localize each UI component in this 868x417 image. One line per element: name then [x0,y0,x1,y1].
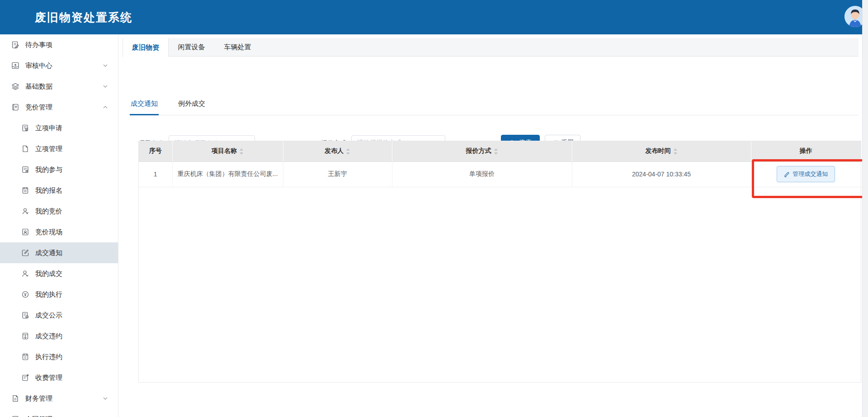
sidebar-item-label: 基础数据 [25,82,52,91]
col-header-quote-method[interactable]: 报价方式 [392,141,572,161]
sidebar-item-my-registration[interactable]: 我的报名 [0,180,118,201]
person-check-icon [21,270,29,278]
bidding-book-icon [11,103,19,111]
col-header-index: 序号 [139,141,172,161]
deal-notice-table: 序号 项目名称 发布人 报价方式 发布时间 操作 [138,141,861,383]
sidebar-item-deal-publicity[interactable]: 成交公示 [0,305,118,326]
edit-square-icon [21,249,29,257]
sort-caret-icon[interactable] [673,148,678,155]
app-root: 废旧物资处置系统 待办事项 [0,0,868,417]
sub-tabbar: 成交通知 例外成交 [130,97,859,115]
manage-deal-notice-button[interactable]: 管理成交通知 [777,166,835,182]
sidebar-item-label: 我的参与 [35,166,62,174]
sidebar-item-project-management[interactable]: 立项管理 [0,138,118,159]
category-tabbar: 废旧物资 闲置设备 车辆处置 [123,38,859,57]
sidebar-item-label: 审核中心 [25,62,52,70]
sidebar-item-audit-center[interactable]: 审核中心 [0,55,118,76]
cell-publish-time: 2024-04-07 10:33:45 [572,161,751,187]
sidebar-item-label: 竞价现场 [35,228,62,237]
sort-caret-icon[interactable] [239,148,244,155]
cell-project-name: 重庆机床（集团）有限责任公司废... [172,161,283,187]
sidebar-item-execution-breach[interactable]: 执行违约 [0,346,118,367]
finance-doc-icon [11,394,19,403]
chevron-up-icon [103,104,108,110]
sidebar-item-label: 待办事项 [25,41,52,49]
sidebar-item-label: 成交公示 [35,311,62,320]
tab-vehicle-disposal[interactable]: 车辆处置 [215,38,261,57]
person-icon [21,207,29,215]
sidebar-item-bidding-management[interactable]: 竞价管理 [0,97,118,118]
sidebar-item-finance-management[interactable]: 财务管理 [0,388,118,409]
doc-breach-icon [21,332,29,340]
col-header-publisher[interactable]: 发布人 [283,141,392,161]
sidebar-item-fee-management[interactable]: 收费管理 [0,367,118,388]
tab-waste-materials[interactable]: 废旧物资 [123,38,169,57]
todo-doc-icon [11,41,19,49]
sidebar-item-label: 立项申请 [35,124,62,133]
doc-exec-breach-icon [21,353,29,361]
cell-quote-method: 单项报价 [392,161,572,187]
table-row: 1 重庆机床（集团）有限责任公司废... 王新宇 单项报价 2024-04-07… [139,161,861,187]
sort-caret-icon[interactable] [494,148,498,155]
sidebar-item-my-deals[interactable]: 我的成交 [0,263,118,284]
app-title: 废旧物资处置系统 [35,10,132,25]
chevron-down-icon [103,84,108,89]
col-header-publish-time[interactable]: 发布时间 [572,141,751,161]
col-header-actions: 操作 [751,141,861,161]
chevron-down-icon [103,396,108,401]
sidebar-item-label: 我的报名 [35,186,62,195]
doc-sign-icon [21,186,29,194]
subtab-exception-deal[interactable]: 例外成交 [177,97,206,115]
sidebar-item-basic-data[interactable]: 基础数据 [0,76,118,97]
sidebar-item-deal-notice[interactable]: 成交通知 [0,242,118,263]
doc-fee-icon [21,374,29,382]
doc-icon [21,145,29,153]
contract-doc-icon [11,415,19,417]
cell-actions: 管理成交通知 [751,161,861,187]
app-header: 废旧物资处置系统 [0,0,868,34]
sidebar-item-label: 成交通知 [35,249,62,257]
sidebar-item-contract-management[interactable]: 合同管理 [0,409,118,417]
coin-circle-icon [21,290,29,299]
col-header-project-name[interactable]: 项目名称 [172,141,283,161]
cell-publisher: 王新宇 [283,161,392,187]
sort-caret-icon[interactable] [346,148,350,155]
sidebar-item-bidding-scene[interactable]: 竞价现场 [0,222,118,242]
person-card-icon [21,228,29,236]
main-content: 废旧物资 闲置设备 车辆处置 成交通知 例外成交 项目名称 报价方式 请选择报价… [119,34,862,417]
doc-check-icon [21,311,29,319]
sidebar-item-label: 成交违约 [35,332,62,341]
sidebar-item-label: 我的竞价 [35,207,62,216]
sidebar-item-label: 我的成交 [35,270,62,278]
sidebar-item-deal-breach[interactable]: 成交违约 [0,326,118,346]
edit-pencil-icon [784,171,790,177]
audit-center-icon [11,62,19,70]
sidebar-item-my-participation[interactable]: 我的参与 [0,159,118,180]
chevron-down-icon [103,63,108,68]
subtab-deal-notice[interactable]: 成交通知 [130,97,159,115]
tab-idle-equipment[interactable]: 闲置设备 [169,38,215,57]
sidebar-item-todo[interactable]: 待办事项 [0,34,118,55]
table-header-row: 序号 项目名称 发布人 报价方式 发布时间 操作 [139,141,861,161]
sidebar-item-my-bidding[interactable]: 我的竞价 [0,201,118,222]
sidebar-item-label: 我的执行 [35,290,62,299]
doc-person-icon [21,166,29,174]
vertical-scrollbar[interactable] [862,0,868,417]
sidebar-item-project-application[interactable]: 立项申请 [0,118,118,138]
sidebar-item-label: 财务管理 [25,394,52,403]
sidebar-item-label: 立项管理 [35,145,62,153]
sidebar-nav: 待办事项 审核中心 基础数据 [0,34,118,417]
sidebar-item-label: 执行违约 [35,353,62,361]
sidebar-item-label: 收费管理 [35,374,62,382]
doc-apply-icon [21,124,29,132]
layers-icon [11,82,19,90]
cell-index: 1 [139,161,172,187]
sidebar-item-label: 竞价管理 [25,103,52,112]
sidebar-item-my-execution[interactable]: 我的执行 [0,284,118,305]
sidebar-item-label: 合同管理 [25,415,52,417]
